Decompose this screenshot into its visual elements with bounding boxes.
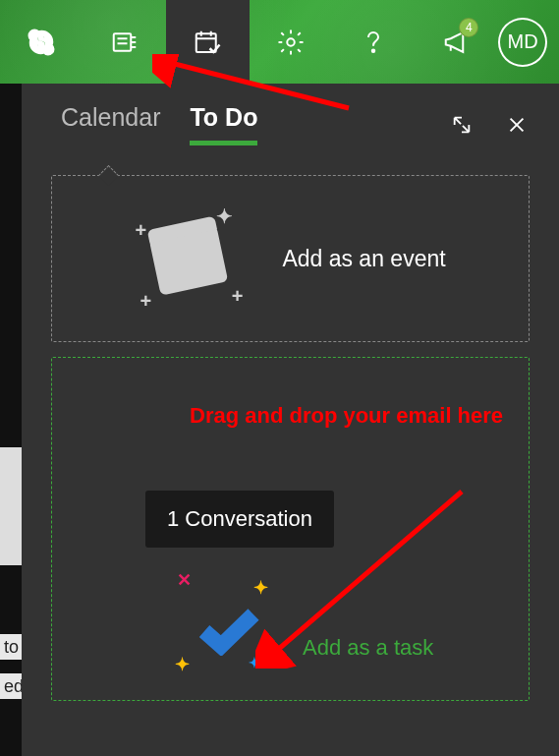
tab-actions <box>449 112 530 138</box>
skype-icon: S <box>27 28 56 57</box>
news-button[interactable] <box>84 0 167 84</box>
tab-todo[interactable]: To Do <box>190 103 257 145</box>
calendar-todo-button[interactable] <box>166 0 250 84</box>
avatar[interactable]: MD <box>498 18 547 67</box>
close-button[interactable] <box>504 112 530 138</box>
sparkle-icon: ✕ <box>177 569 192 591</box>
sparkle-icon: ✦ <box>253 577 268 599</box>
sparkle-icon: + <box>140 290 151 313</box>
settings-button[interactable] <box>250 0 333 84</box>
help-icon <box>359 28 388 57</box>
sparkle-icon: + <box>135 219 146 242</box>
content-fragment <box>0 447 22 565</box>
svg-point-12 <box>287 38 295 46</box>
task-dropzone-label: Add as a task <box>303 635 433 661</box>
popout-button[interactable] <box>449 112 475 138</box>
drag-item-badge: 1 Conversation <box>145 491 334 548</box>
notification-badge: 4 <box>459 18 478 37</box>
close-icon <box>506 114 528 136</box>
news-icon <box>110 28 140 57</box>
calendar-check-icon <box>193 28 222 57</box>
sparkle-icon: ✦ <box>175 654 190 675</box>
left-content-strip: to ed <box>0 84 22 756</box>
sparkle-icon: ✦ <box>249 655 260 670</box>
announcements-button[interactable]: 4 <box>416 0 499 84</box>
add-as-task-dropzone[interactable]: Drag and drop your email here 1 Conversa… <box>51 357 530 701</box>
todo-check-icon <box>199 607 263 656</box>
top-bar: S 4 MD <box>0 0 559 84</box>
add-as-event-dropzone[interactable]: ✦ + + + Add as an event <box>51 175 530 342</box>
sparkle-icon: + <box>232 285 244 308</box>
event-graphic: ✦ + + + <box>135 204 243 313</box>
my-day-panel: Calendar To Do ✦ + + + Add as an event D… <box>22 84 559 756</box>
task-graphic: ✕ ✦ ✦ ✦ <box>175 577 283 675</box>
annotation-text: Drag and drop your email here <box>190 403 519 429</box>
tabs: Calendar To Do <box>36 84 544 155</box>
sparkle-icon: ✦ <box>216 204 233 228</box>
topbar-icons: S 4 MD <box>0 0 559 84</box>
svg-point-13 <box>372 49 375 52</box>
content-fragment-text: to <box>0 634 22 660</box>
svg-rect-1 <box>114 33 132 51</box>
help-button[interactable] <box>332 0 416 84</box>
svg-text:S: S <box>36 32 47 50</box>
calendar-icon <box>149 225 229 295</box>
event-dropzone-label: Add as an event <box>282 246 445 272</box>
svg-rect-8 <box>196 33 216 52</box>
gear-icon <box>276 28 306 57</box>
tab-calendar[interactable]: Calendar <box>61 103 160 145</box>
content-fragment-text: ed <box>0 673 22 699</box>
skype-button[interactable]: S <box>0 0 84 84</box>
popout-icon <box>451 114 473 136</box>
